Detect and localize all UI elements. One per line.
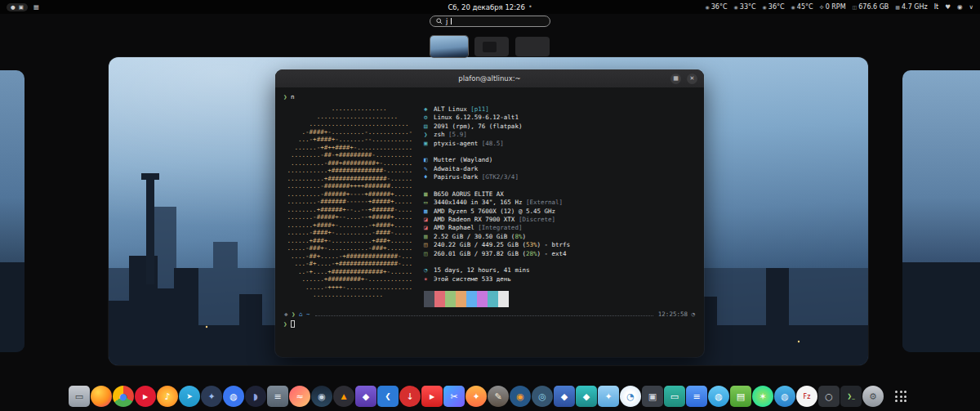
app-grid-button[interactable]	[890, 386, 911, 407]
window-controls: ▦ ✕	[670, 74, 697, 84]
terminal-cursor	[291, 320, 295, 328]
workspace-preview-active[interactable]: plafon@altlinux:~ ▦ ✕ ❯ n ..............…	[109, 57, 868, 365]
fastfetch-field-icon: ◧	[424, 156, 434, 164]
workspace-1-active[interactable]	[430, 36, 468, 57]
fastfetch-field-icon: ▦	[424, 190, 434, 199]
dock-app-package-manager[interactable]: ▣	[642, 386, 663, 407]
dock-app-office-app[interactable]: ▤	[730, 386, 751, 407]
clock[interactable]: Сб, 20 декабря 12:26 •	[448, 3, 532, 11]
fastfetch-field-icon: ◔	[424, 266, 434, 275]
fastfetch-text: [p11]	[470, 105, 489, 113]
dock-app-steam[interactable]: ◉	[311, 386, 332, 407]
search-icon	[436, 18, 443, 25]
gpu-temp[interactable]: ◉36°C	[763, 3, 785, 11]
dock-app-blender[interactable]: ◉	[510, 386, 531, 407]
dock-app-photo-tool[interactable]: ✦	[466, 386, 487, 407]
fastfetch-text: [Integrated]	[478, 224, 522, 231]
shell-prompt-line[interactable]: ❯	[283, 320, 696, 328]
skyline-silhouette	[0, 262, 24, 352]
terminal-window[interactable]: plafon@altlinux:~ ▦ ✕ ❯ n ..............…	[275, 69, 704, 357]
workspace-preview-left[interactable]	[0, 70, 24, 352]
fastfetch-line: ✶Этой системе 533 день	[424, 275, 570, 284]
top-bar-left: ● ▣ ▦	[7, 3, 39, 11]
layers-app-icon: ≡	[693, 391, 700, 402]
system-stats[interactable]: ◉36°C◉33°C◉36°C◉45°C✣0 RPM◫676.6 GB▩4.7 …	[706, 3, 928, 11]
dock-app-display-tool[interactable]: ▭	[664, 386, 685, 407]
dock-app-text-editor[interactable]: ≡	[267, 386, 288, 407]
workspace-2[interactable]	[474, 37, 509, 56]
keyboard-layout[interactable]: It	[934, 3, 939, 11]
terminal-content[interactable]: ❯ n ............... ....................…	[275, 87, 704, 357]
dock-app-layers-app[interactable]: ≡	[686, 386, 707, 407]
close-button[interactable]: ✕	[687, 74, 697, 84]
dock-app-download-manager[interactable]: ↓	[399, 386, 421, 407]
workspace-preview-right[interactable]	[902, 70, 980, 352]
dock-app-vpn-app[interactable]: ◆	[576, 386, 597, 407]
dock-app-video-editor[interactable]: ✂	[443, 386, 465, 407]
fastfetch-line: ⚙Linux 6.12.59-6.12-alt1	[424, 114, 570, 122]
dock-app-music-app[interactable]: ♪	[157, 386, 178, 407]
dock-app-discord[interactable]: ◗	[245, 386, 266, 407]
vitals-heart-icon[interactable]: ♥	[945, 3, 951, 11]
fastfetch-line: ▥2.52 GiB / 30.50 GiB (8%)	[424, 233, 570, 241]
dock-app-search-tool[interactable]: ○	[818, 386, 840, 407]
dock-app-filezilla[interactable]: Fz	[796, 386, 817, 407]
fastfetch-output: ............... ...................... .…	[283, 105, 696, 307]
fastfetch-line: ◔15 days, 12 hours, 41 mins	[424, 266, 570, 275]
dock-app-gimp[interactable]: ✎	[488, 386, 509, 407]
dock-app-settings[interactable]: ⚙	[862, 386, 884, 407]
board-temp-value: 33°C	[740, 3, 756, 11]
fan-speed[interactable]: ✣0 RPM	[820, 3, 846, 11]
shell-time: 12:25:58	[658, 310, 688, 318]
dock-app-screenshot-tool[interactable]: ▭	[69, 386, 90, 407]
dock-app-vscode[interactable]: ❮	[377, 386, 399, 407]
disk-free[interactable]: ◫676.6 GB	[853, 3, 889, 11]
fastfetch-text: [GTK2/3/4]	[482, 173, 519, 181]
fastfetch-info: ◈ALT Linux [p11]⚙Linux 6.12.59-6.12-alt1…	[424, 105, 570, 307]
tabs-menu-button[interactable]: ▦	[670, 74, 681, 84]
screenshot-tool-icon: ▭	[75, 391, 83, 402]
cpu-temp[interactable]: ◉36°C	[706, 3, 728, 11]
dock-app-audio-editor[interactable]: ≈	[289, 386, 310, 407]
disk-utility-icon: ◔	[626, 391, 635, 402]
fastfetch-text: [48.5]	[482, 140, 504, 147]
dock-app-firefox[interactable]	[91, 386, 112, 407]
dock-app-disk-utility[interactable]: ◔	[620, 386, 641, 407]
palette-swatch	[498, 291, 509, 307]
workspace-3[interactable]	[515, 37, 550, 56]
fastfetch-field-icon: ▣	[424, 140, 434, 148]
chevron-down-icon[interactable]: ∨	[969, 3, 974, 11]
dock-app-green-app[interactable]: ✶	[752, 386, 773, 407]
dock-app-chat-app[interactable]: ✦	[201, 386, 222, 407]
search-input[interactable]: j	[430, 16, 550, 27]
fan-speed-value: 0 RPM	[826, 3, 846, 11]
fastfetch-text: AMD Ryzen 5 7600X (12) @ 5.45 GHz	[434, 208, 555, 215]
gpu-temp-value: 36°C	[768, 3, 785, 11]
dock-app-game-launcher[interactable]: ▲	[333, 386, 354, 407]
fastfetch-text: AMD Raphael	[434, 224, 478, 231]
download-manager-icon: ↓	[406, 391, 413, 402]
dock-app-terminal-app[interactable]: ❯_	[840, 386, 862, 407]
screen-indicator-pill[interactable]: ● ▣	[7, 3, 28, 11]
drive-temp[interactable]: ◉45°C	[791, 3, 813, 11]
dock-app-video-player[interactable]: ▶	[421, 386, 443, 407]
dock-app-godot[interactable]: ◎	[532, 386, 553, 407]
dock-app-heroic-launcher[interactable]: ◆	[355, 386, 376, 407]
dock-app-cloud-app[interactable]: ◍	[708, 386, 729, 407]
dock-app-messenger-app[interactable]: ◍	[223, 386, 244, 407]
tray-app-icon[interactable]: ▦	[33, 3, 39, 11]
dock-app-youtube-music[interactable]: ▶	[135, 386, 156, 407]
dock-app-utility-app[interactable]: ✦	[598, 386, 619, 407]
dock-app-chromium[interactable]: ●	[113, 386, 134, 407]
system-status-icon[interactable]: ◉	[957, 3, 963, 11]
palette-swatch	[424, 291, 434, 307]
fastfetch-field-icon: ◪	[424, 216, 434, 224]
board-temp[interactable]: ◉33°C	[734, 3, 756, 11]
fastfetch-text: 28%	[526, 250, 537, 257]
dock-app-telegram[interactable]: ➤	[179, 386, 200, 407]
dock-app-globe-app[interactable]: ◍	[774, 386, 795, 407]
top-bar-right: ◉36°C◉33°C◉36°C◉45°C✣0 RPM◫676.6 GB▩4.7 …	[706, 3, 973, 11]
cpu-freq[interactable]: ▩4.7 GHz	[895, 3, 927, 11]
terminal-titlebar[interactable]: plafon@altlinux:~ ▦ ✕	[275, 69, 704, 87]
dock-app-shield-app[interactable]: ◆	[554, 386, 575, 407]
